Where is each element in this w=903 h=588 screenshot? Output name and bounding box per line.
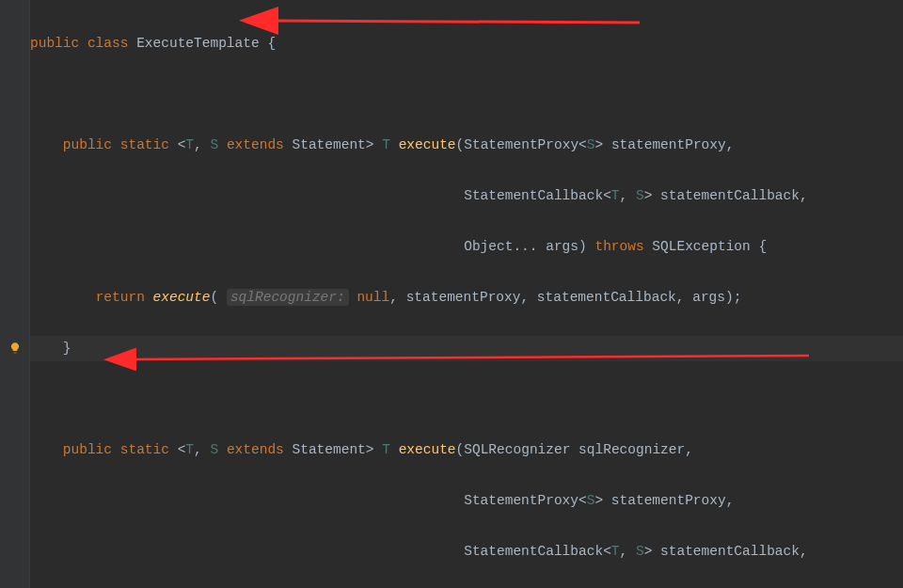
code-line: StatementProxy<S> statementProxy, <box>30 488 808 514</box>
code-line <box>30 387 808 412</box>
code-line <box>30 82 808 107</box>
code-line: } <box>30 336 808 361</box>
lightbulb-icon[interactable] <box>8 341 23 356</box>
code-line: StatementCallback<T, S> statementCallbac… <box>30 183 808 209</box>
inline-hint: sqlRecognizer: <box>227 289 349 306</box>
code-line: public static <T, S extends Statement> T… <box>30 437 808 463</box>
code-line: public class ExecuteTemplate { <box>30 31 808 56</box>
editor-gutter <box>0 0 30 588</box>
code-line: return execute( sqlRecognizer: null, sta… <box>30 285 808 310</box>
code-line: public static <T, S extends Statement> T… <box>30 133 808 158</box>
code-line: Object... args) throws SQLException { <box>30 234 808 260</box>
code-line: StatementCallback<T, S> statementCallbac… <box>30 539 808 564</box>
code-editor-content[interactable]: public class ExecuteTemplate { public st… <box>30 6 808 588</box>
